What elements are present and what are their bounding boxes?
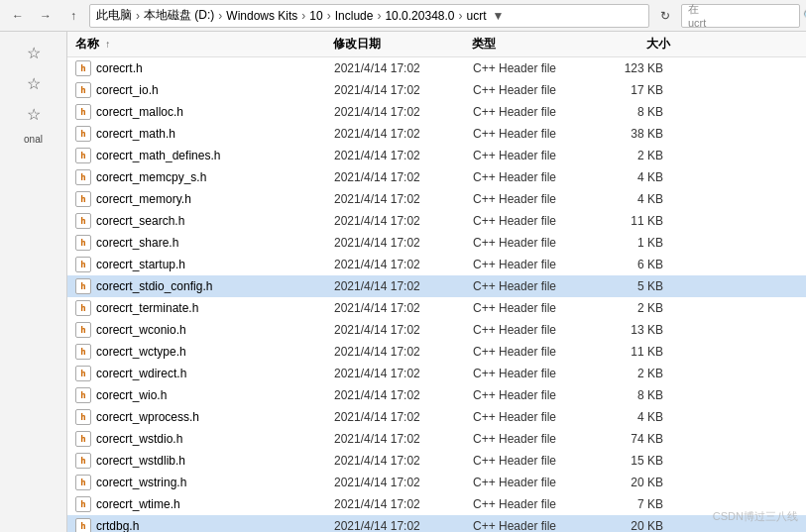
breadcrumb-ucrt[interactable]: ucrt (467, 9, 487, 23)
file-icon: h (75, 257, 91, 272)
table-row[interactable]: h corecrt_terminate.h 2021/4/14 17:02 C+… (67, 297, 806, 319)
file-type: C++ Header file (473, 497, 602, 511)
file-icon: h (75, 235, 91, 251)
table-row[interactable]: h corecrt_wtime.h 2021/4/14 17:02 C++ He… (67, 493, 806, 515)
file-type: C++ Header file (473, 127, 602, 141)
pin-button-2[interactable]: ☆ (23, 101, 45, 128)
h-file-icon: h (75, 278, 91, 294)
file-icon: h (75, 104, 91, 120)
table-row[interactable]: h corecrt_startup.h 2021/4/14 17:02 C++ … (67, 254, 806, 275)
col-header-name[interactable]: 名称 ↑ (75, 36, 333, 53)
file-type: C++ Header file (473, 367, 602, 380)
file-name: crtdbg.h (96, 519, 334, 532)
file-type: C++ Header file (473, 301, 602, 315)
address-bar: ← → ↑ 此电脑 › 本地磁盘 (D:) › Windows Kits › 1… (0, 0, 806, 32)
column-headers: 名称 ↑ 修改日期 类型 大小 (67, 32, 806, 57)
file-icon: h (75, 387, 91, 403)
file-type: C++ Header file (473, 258, 602, 271)
table-row[interactable]: h corecrt_search.h 2021/4/14 17:02 C++ H… (67, 210, 806, 232)
table-row[interactable]: h corecrt_wstdio.h 2021/4/14 17:02 C++ H… (67, 428, 806, 450)
file-type: C++ Header file (473, 432, 602, 446)
file-size: 74 KB (602, 432, 671, 446)
breadcrumb-windows-kits[interactable]: Windows Kits (226, 9, 297, 23)
table-row[interactable]: h corecrt.h 2021/4/14 17:02 C++ Header f… (67, 57, 806, 79)
file-type: C++ Header file (473, 410, 602, 424)
file-icon: h (75, 60, 91, 76)
table-row[interactable]: h corecrt_share.h 2021/4/14 17:02 C++ He… (67, 232, 806, 254)
file-type: C++ Header file (473, 454, 602, 468)
file-date: 2021/4/14 17:02 (334, 127, 473, 141)
col-header-size[interactable]: 大小 (601, 36, 670, 53)
h-file-icon: h (75, 518, 91, 532)
table-row[interactable]: h corecrt_io.h 2021/4/14 17:02 C++ Heade… (67, 79, 806, 101)
file-name: corecrt_startup.h (96, 258, 334, 271)
table-row[interactable]: h corecrt_math_defines.h 2021/4/14 17:02… (67, 145, 806, 166)
breadcrumb-local-disk[interactable]: 本地磁盘 (D:) (144, 7, 214, 24)
search-input[interactable] (710, 9, 799, 23)
file-name: corecrt_wconio.h (96, 323, 334, 337)
table-row[interactable]: h corecrt_wdirect.h 2021/4/14 17:02 C++ … (67, 363, 806, 384)
main-container: ☆ ☆ ☆ onal 名称 ↑ 修改日期 类型 大小 h corecrt.h 2… (0, 32, 806, 532)
file-icon: h (75, 431, 91, 447)
breadcrumb[interactable]: 此电脑 › 本地磁盘 (D:) › Windows Kits › 10 › In… (89, 4, 649, 28)
breadcrumb-this-pc[interactable]: 此电脑 (96, 7, 132, 24)
table-row[interactable]: h corecrt_wconio.h 2021/4/14 17:02 C++ H… (67, 319, 806, 341)
h-file-icon: h (75, 104, 91, 120)
file-type: C++ Header file (473, 345, 602, 359)
table-row[interactable]: h corecrt_memcpy_s.h 2021/4/14 17:02 C++… (67, 166, 806, 188)
breadcrumb-10[interactable]: 10 (309, 9, 322, 23)
file-icon: h (75, 278, 91, 294)
h-file-icon: h (75, 148, 91, 163)
table-row[interactable]: h crtdbg.h 2021/4/14 17:02 C++ Header fi… (67, 515, 806, 532)
refresh-button[interactable]: ↻ (653, 4, 677, 28)
file-size: 17 KB (602, 83, 671, 97)
sidebar-label: onal (22, 132, 45, 147)
file-name: corecrt_wprocess.h (96, 410, 334, 424)
file-date: 2021/4/14 17:02 (334, 410, 473, 424)
table-row[interactable]: h corecrt_memory.h 2021/4/14 17:02 C++ H… (67, 188, 806, 210)
file-icon: h (75, 344, 91, 360)
file-type: C++ Header file (473, 83, 602, 97)
file-size: 20 KB (602, 476, 671, 489)
table-row[interactable]: h corecrt_wstdlib.h 2021/4/14 17:02 C++ … (67, 450, 806, 472)
back-button[interactable]: ← (6, 4, 30, 28)
file-type: C++ Header file (473, 323, 602, 337)
file-name: corecrt_wtime.h (96, 497, 334, 511)
table-row[interactable]: h corecrt_wstring.h 2021/4/14 17:02 C++ … (67, 472, 806, 493)
file-date: 2021/4/14 17:02 (334, 454, 473, 468)
breadcrumb-include[interactable]: Include (335, 9, 374, 23)
file-icon: h (75, 366, 91, 381)
file-size: 20 KB (602, 519, 671, 532)
file-icon: h (75, 322, 91, 338)
col-header-date[interactable]: 修改日期 (333, 36, 472, 53)
file-size: 6 KB (602, 258, 671, 271)
file-size: 8 KB (602, 105, 671, 119)
file-icon: h (75, 191, 91, 207)
forward-button[interactable]: → (34, 4, 58, 28)
h-file-icon: h (75, 300, 91, 316)
file-name: corecrt_terminate.h (96, 301, 334, 315)
file-size: 4 KB (602, 170, 671, 184)
pin-button-0[interactable]: ☆ (23, 40, 45, 66)
breadcrumb-version[interactable]: 10.0.20348.0 (385, 9, 454, 23)
file-icon: h (75, 409, 91, 425)
table-row[interactable]: h corecrt_wprocess.h 2021/4/14 17:02 C++… (67, 406, 806, 428)
file-date: 2021/4/14 17:02 (334, 258, 473, 271)
h-file-icon: h (75, 257, 91, 272)
table-row[interactable]: h corecrt_wctype.h 2021/4/14 17:02 C++ H… (67, 341, 806, 363)
table-row[interactable]: h corecrt_wio.h 2021/4/14 17:02 C++ Head… (67, 384, 806, 406)
sort-arrow-icon: ↑ (105, 39, 110, 50)
file-name: corecrt_share.h (96, 236, 334, 250)
file-size: 4 KB (602, 192, 671, 206)
file-date: 2021/4/14 17:02 (334, 149, 473, 162)
file-list-area[interactable]: 名称 ↑ 修改日期 类型 大小 h corecrt.h 2021/4/14 17… (67, 32, 806, 532)
search-box[interactable]: 在 ucrt 🔍 (681, 4, 800, 28)
table-row[interactable]: h corecrt_math.h 2021/4/14 17:02 C++ Hea… (67, 123, 806, 145)
pin-button-1[interactable]: ☆ (23, 70, 45, 97)
file-name: corecrt_math.h (96, 127, 334, 141)
up-button[interactable]: ↑ (61, 4, 85, 28)
table-row[interactable]: h corecrt_malloc.h 2021/4/14 17:02 C++ H… (67, 101, 806, 123)
col-header-type[interactable]: 类型 (472, 36, 601, 53)
table-row[interactable]: h corecrt_stdio_config.h 2021/4/14 17:02… (67, 275, 806, 297)
file-size: 11 KB (602, 345, 671, 359)
